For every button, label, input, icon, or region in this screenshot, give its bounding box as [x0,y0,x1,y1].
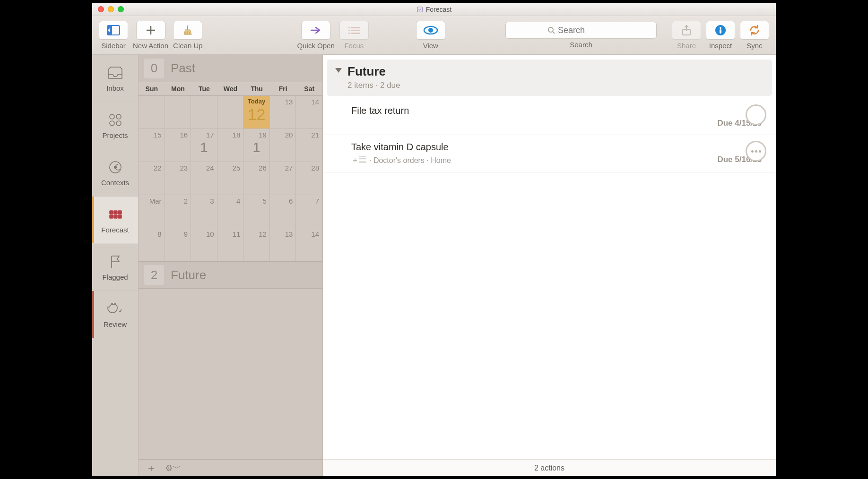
calendar-cell[interactable]: 26 [243,162,270,195]
sidebar-item-projects[interactable]: Projects [92,102,138,149]
calendar-cell[interactable]: 22 [139,162,165,195]
svg-point-18 [116,114,121,119]
calendar-cell[interactable]: 28 [296,162,322,195]
window-minimize-button[interactable] [108,6,114,12]
calendar-cell[interactable]: 11 [217,228,244,261]
calendar-cell[interactable] [165,96,191,129]
add-button[interactable]: ＋ [146,461,156,475]
calendar-footer: ＋ ⚙︎﹀ [139,459,322,476]
dow-tue: Tue [191,82,217,95]
clean-up-button[interactable] [173,21,202,40]
svg-rect-16 [720,29,721,34]
svg-point-11 [428,28,433,33]
svg-point-19 [110,121,114,126]
task-row[interactable]: File tax return Due 4/15/15 [323,99,776,135]
perspective-sidebar: Inbox Projects Contexts Forecast Flagged… [92,55,139,476]
svg-rect-6 [348,30,350,31]
calendar-cell[interactable]: 6 [270,195,296,228]
quick-open-label: Quick Open [297,42,335,50]
today-label: Today [243,98,269,105]
quick-open-button[interactable] [301,21,330,40]
traffic-lights [92,6,124,12]
calendar-cell[interactable]: 20 [270,129,296,162]
sidebar-item-label: Review [104,320,127,328]
window-zoom-button[interactable] [118,6,124,12]
dow-mon: Mon [165,82,191,95]
svg-point-22 [114,166,117,169]
sidebar-item-flagged[interactable]: Flagged [92,244,138,291]
calendar-cell[interactable]: 8 [139,228,165,261]
inspect-button[interactable] [706,21,735,40]
calendar-cell[interactable]: 16 [165,129,191,162]
dow-sat: Sat [296,82,322,95]
future-section-header[interactable]: 2 Future [139,261,322,289]
sidebar-item-forecast[interactable]: Forecast [92,197,138,244]
calendar-cell[interactable] [217,96,244,129]
cell-count: 1 [243,139,269,155]
view-button[interactable] [416,21,445,40]
svg-rect-5 [351,27,360,28]
task-row[interactable]: Take vitamin D capsule ＋▤ · Doctor's ord… [323,135,776,172]
calendar-cell[interactable]: 5 [243,195,270,228]
calendar-cell[interactable] [191,96,217,129]
calendar-cell[interactable]: 7 [296,195,322,228]
info-icon [714,24,727,36]
calendar-cell[interactable]: 21 [296,129,322,162]
calendar-cell[interactable]: 4 [217,195,244,228]
calendar-cell[interactable]: 171 [191,129,217,162]
app-window: Forecast Sidebar New Action Clean Up [89,0,779,479]
task-checkbox-repeat[interactable] [746,141,766,162]
svg-rect-7 [351,30,360,31]
gear-menu[interactable]: ⚙︎﹀ [165,462,181,474]
past-section-header[interactable]: 0 Past [139,55,322,82]
group-header[interactable]: Future 2 items · 2 due [327,60,772,96]
projects-icon [107,111,124,128]
calendar-cell[interactable]: 24 [191,162,217,195]
forecast-calendar: 0 Past Sun Mon Tue Wed Thu Fri Sat Today [139,55,323,476]
calendar-cell[interactable]: 27 [270,162,296,195]
new-action-button[interactable] [136,21,165,40]
task-meta: ＋▤ · Doctor's orders · Home [351,155,717,165]
calendar-cell[interactable]: 14 [296,228,322,261]
sidebar-item-review[interactable]: Review [92,291,138,338]
calendar-cell[interactable]: 13 [270,228,296,261]
sync-icon [748,24,761,36]
calendar-cell[interactable]: 15 [139,129,165,162]
svg-rect-8 [348,33,350,34]
disclosure-triangle-icon[interactable] [335,68,342,73]
group-title: Future [347,64,400,79]
calendar-cell[interactable]: 191 [243,129,270,162]
focus-button[interactable] [339,21,369,40]
eye-icon [423,26,438,35]
task-list: File tax return Due 4/15/15 Take vitamin… [323,99,776,172]
task-checkbox[interactable] [746,104,766,125]
task-title: Take vitamin D capsule [351,142,717,153]
calendar-cell[interactable]: 13 [270,96,296,129]
sidebar-item-inbox[interactable]: Inbox [92,55,138,102]
calendar-cell[interactable]: 10 [191,228,217,261]
calendar-cell[interactable]: 25 [217,162,244,195]
calendar-cell[interactable] [139,96,165,129]
sidebar-toggle-button[interactable] [99,21,128,40]
calendar-cell[interactable]: 23 [165,162,191,195]
inbox-icon [107,64,124,81]
search-input[interactable] [558,26,615,35]
share-button[interactable] [672,21,701,40]
calendar-cell-today[interactable]: Today 12 [243,96,270,129]
content-area: Future 2 items · 2 due File tax return D… [323,55,776,476]
calendar-cell[interactable]: 3 [191,195,217,228]
calendar-cell[interactable]: 18 [217,129,244,162]
window-close-button[interactable] [98,6,104,12]
titlebar: Forecast [92,3,776,16]
sync-button[interactable] [740,21,769,40]
calendar-cell[interactable]: 2 [165,195,191,228]
sidebar-item-contexts[interactable]: Contexts [92,149,138,197]
calendar-cell[interactable]: 12 [243,228,270,261]
calendar-cell[interactable]: 9 [165,228,191,261]
calendar-cell-month[interactable]: Mar [139,195,165,228]
search-field[interactable] [505,22,657,39]
calendar-cell[interactable]: 14 [296,96,322,129]
sidebar-label: Sidebar [101,42,126,50]
svg-rect-23 [110,211,113,214]
search-label: Search [570,41,592,49]
